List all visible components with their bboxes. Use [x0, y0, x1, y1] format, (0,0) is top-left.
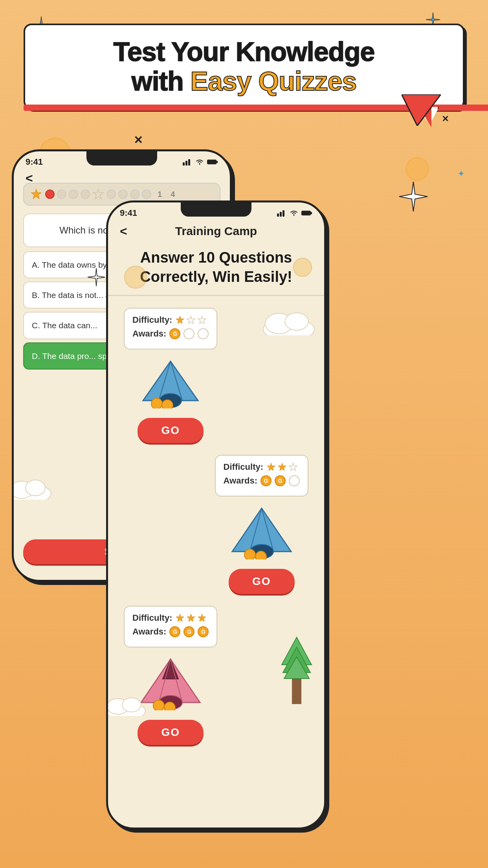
star-filled-progress: [30, 188, 42, 200]
svg-rect-16: [277, 213, 279, 217]
coin-filled-2a: G: [261, 475, 272, 486]
header-banner: Test Your Knowledge with Easy Quizzes: [24, 24, 464, 109]
svg-rect-6: [207, 160, 216, 164]
notch-front: [181, 202, 251, 217]
difficulty-card-3: Difficulty: Awards: G G G: [124, 606, 217, 647]
status-icons-back: [183, 158, 218, 166]
stars-1: [175, 315, 207, 325]
svg-marker-46: [198, 614, 206, 622]
tent-1: [139, 357, 202, 410]
svg-point-52: [153, 700, 164, 710]
header-title-plain: with: [132, 66, 191, 96]
svg-marker-8: [31, 189, 41, 199]
svg-rect-19: [301, 211, 311, 215]
svg-point-53: [164, 702, 175, 710]
header-title-line2: with Easy Quizzes: [41, 66, 447, 96]
battery-icon-back: [207, 159, 218, 165]
svg-point-22: [294, 258, 312, 276]
difficulty-label-1: Difficulty:: [132, 315, 172, 325]
nav-title-front: Training Camp: [175, 224, 257, 238]
svg-rect-3: [183, 162, 185, 166]
svg-marker-45: [187, 614, 195, 622]
coin-filled-1a: G: [169, 328, 180, 339]
cloud-bottom-front: [106, 692, 147, 717]
x-decoration-1: ✕: [134, 134, 143, 147]
svg-point-30: [151, 398, 162, 408]
divider-front: [108, 295, 324, 296]
svg-point-21: [125, 266, 147, 288]
go-button-3[interactable]: GO: [138, 720, 204, 745]
wifi-icon-front: [290, 210, 298, 216]
svg-marker-37: [289, 463, 297, 471]
speech-bubble-tail: [402, 94, 441, 126]
svg-marker-62: [88, 268, 105, 286]
camp-1-left: Difficulty: Awards: G: [116, 304, 225, 447]
awards-label-3: Awards:: [132, 627, 166, 637]
camp-3-row: Difficulty: Awards: G G G: [108, 602, 324, 753]
status-icons-front: [277, 210, 312, 217]
notch-back: [86, 151, 157, 166]
svg-point-31: [162, 400, 173, 408]
svg-rect-4: [185, 161, 187, 166]
camp-2-right: Difficulty: Awards: G G: [207, 451, 316, 598]
difficulty-card-1: Difficulty: Awards: G: [124, 308, 217, 349]
tree-decoration-front: [277, 633, 316, 706]
nav-bar-front: < Training Camp: [108, 218, 324, 244]
header-title-highlight: Easy Quizzes: [191, 66, 357, 96]
x-decoration-3: ✦: [458, 169, 464, 178]
signal-icon-back: [183, 158, 192, 166]
tent-2: [230, 504, 293, 561]
status-time-back: 9:41: [26, 157, 43, 167]
svg-marker-36: [278, 463, 286, 471]
status-time-front: 9:41: [120, 208, 137, 218]
svg-rect-7: [216, 161, 218, 163]
difficulty-label-2: Difficulty:: [224, 462, 263, 472]
svg-marker-2: [402, 94, 441, 126]
coin-filled-3c: G: [198, 626, 209, 637]
back-button-back[interactable]: <: [26, 171, 33, 186]
camp-3-left: Difficulty: Awards: G G G: [116, 602, 225, 749]
svg-marker-24: [187, 316, 195, 324]
header-title-line1: Test Your Knowledge: [41, 37, 447, 66]
svg-rect-18: [283, 210, 284, 217]
coin-filled-2b: G: [275, 475, 286, 486]
svg-rect-20: [311, 212, 312, 214]
coin-filled-3a: G: [169, 626, 180, 637]
tent-3: [139, 655, 202, 712]
difficulty-card-2: Difficulty: Awards: G G: [215, 455, 308, 497]
camp-2-row: Difficulty: Awards: G G: [108, 451, 324, 602]
svg-point-12: [26, 480, 45, 496]
cloud-decoration-back: [12, 476, 53, 501]
svg-rect-5: [188, 159, 190, 166]
svg-marker-23: [176, 316, 184, 324]
star-empty-progress: [92, 188, 104, 200]
awards-label-1: Awards:: [132, 329, 166, 339]
svg-marker-61: [399, 182, 427, 211]
coin-bg-right: [293, 257, 312, 279]
coin-filled-3b: G: [183, 626, 194, 637]
go-button-2[interactable]: GO: [229, 569, 295, 594]
cloud-1: [261, 308, 316, 337]
svg-marker-35: [267, 463, 275, 471]
awards-label-2: Awards:: [224, 476, 257, 486]
signal-icon-front: [277, 210, 286, 217]
back-button-front[interactable]: <: [120, 224, 127, 239]
difficulty-label-3: Difficulty:: [132, 613, 172, 623]
svg-point-43: [255, 551, 266, 559]
svg-marker-25: [198, 316, 206, 324]
coin-empty-1b: [183, 328, 194, 339]
sparkle-big-right: [398, 181, 429, 214]
svg-point-34: [285, 313, 308, 330]
sparkle-small-left: [86, 267, 106, 289]
svg-point-42: [244, 549, 255, 559]
stars-2: [266, 462, 298, 472]
battery-icon-front: [301, 210, 312, 216]
coin-empty-2c: [289, 475, 300, 486]
svg-marker-44: [176, 614, 184, 622]
stars-3: [175, 613, 207, 623]
go-button-1[interactable]: GO: [138, 418, 204, 443]
progress-numbers: 1 4: [158, 190, 175, 199]
svg-rect-17: [280, 212, 282, 217]
phone-front: 9:41 < Training Camp Answer 10 Questions: [106, 200, 326, 829]
svg-rect-54: [292, 677, 301, 704]
